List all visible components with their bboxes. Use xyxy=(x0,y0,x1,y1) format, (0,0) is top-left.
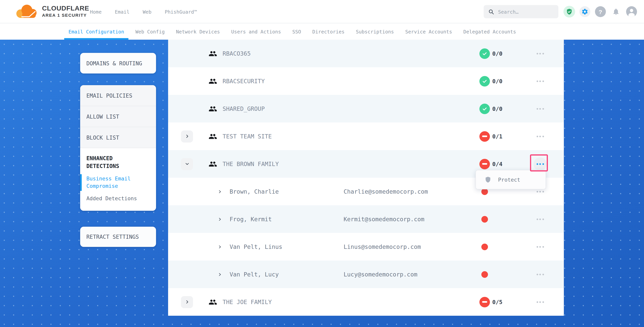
sidebar-item-retract-settings[interactable]: RETRACT SETTINGS xyxy=(80,227,156,247)
sidebar-item-added-detections[interactable]: Added Detections xyxy=(86,194,150,203)
tab-subscriptions[interactable]: Subscriptions xyxy=(356,23,394,40)
nav-phishguard[interactable]: PhishGuard™ xyxy=(165,9,197,14)
table-row-group: SHARED_GROUP 0/0 xyxy=(168,95,564,122)
block-list-label: BLOCK LIST xyxy=(86,134,119,141)
group-icon xyxy=(208,49,217,58)
expand-group-button[interactable] xyxy=(181,130,193,142)
group-icon xyxy=(208,104,217,113)
table-row-member: Van Pelt, Lucy Lucy@somedemocorp.com xyxy=(168,261,564,288)
sidebar-policies-card: EMAIL POLICIES ALLOW LIST BLOCK LIST ENH… xyxy=(80,85,156,211)
group-name: THE BROWN FAMILY xyxy=(222,160,279,167)
group-icon xyxy=(208,132,217,141)
protected-count: 0/5 xyxy=(492,299,502,305)
nav-web[interactable]: Web xyxy=(143,9,152,14)
search-box[interactable] xyxy=(484,5,558,18)
app-window: CLOUDFLARE AREA 1 SECURITY Home Email We… xyxy=(0,0,644,327)
brand-subtitle: AREA 1 SECURITY xyxy=(42,13,89,17)
account-avatar-icon[interactable] xyxy=(626,6,637,17)
tab-network-devices[interactable]: Network Devices xyxy=(176,23,220,40)
table-row-group: RBACO365 0/0 xyxy=(168,40,564,67)
nav-email[interactable]: Email xyxy=(115,9,130,14)
status-unprotected-dot xyxy=(481,216,488,222)
collapse-group-button[interactable] xyxy=(181,158,193,170)
notifications-bell-icon[interactable] xyxy=(610,6,622,17)
settings-gear-icon[interactable] xyxy=(580,6,590,17)
group-icon xyxy=(208,160,217,168)
row-menu-button[interactable] xyxy=(534,102,547,115)
member-email: Charlie@somedemocorp.com xyxy=(344,188,428,195)
row-menu-button[interactable] xyxy=(534,213,547,226)
group-name: RBACO365 xyxy=(222,50,251,57)
member-chevron-icon[interactable] xyxy=(218,272,222,277)
member-name: Van Pelt, Linus xyxy=(230,243,282,250)
sidebar-item-domains-routing[interactable]: DOMAINS & ROUTING xyxy=(80,53,156,73)
group-name: THE JOE FAMILY xyxy=(222,299,272,306)
sidebar-item-business-email-compromise[interactable]: Business Email Compromise xyxy=(80,174,150,191)
chevron-down-icon xyxy=(185,162,189,166)
sidebar-item-email-policies[interactable]: EMAIL POLICIES xyxy=(80,85,156,106)
protected-count: 0/0 xyxy=(492,50,502,56)
help-question-icon[interactable]: ? xyxy=(595,6,606,17)
retract-settings-label: RETRACT SETTINGS xyxy=(86,234,139,240)
enhanced-detections-title[interactable]: ENHANCED DETECTIONS xyxy=(86,154,135,170)
row-menu-button[interactable] xyxy=(534,268,547,281)
group-name: TEST TEAM SITE xyxy=(222,133,272,140)
tab-sso[interactable]: SSO xyxy=(292,23,301,40)
member-chevron-icon[interactable] xyxy=(218,189,222,194)
row-menu-button[interactable] xyxy=(534,47,547,60)
status-unprotected-icon xyxy=(480,159,490,169)
table-row-member: Van Pelt, Linus Linus@somedemocorp.com xyxy=(168,233,564,261)
status-protected-icon xyxy=(480,48,490,59)
security-shield-check-icon[interactable] xyxy=(564,6,575,17)
member-name: Van Pelt, Lucy xyxy=(230,271,279,278)
top-header: CLOUDFLARE AREA 1 SECURITY Home Email We… xyxy=(0,0,644,23)
row-menu-button[interactable] xyxy=(534,74,547,88)
search-input[interactable] xyxy=(498,9,552,14)
email-policies-label: EMAIL POLICIES xyxy=(86,92,132,99)
protected-count: 0/4 xyxy=(492,161,502,167)
search-icon xyxy=(488,9,494,14)
tab-directories[interactable]: Directories xyxy=(312,23,344,40)
member-name: Frog, Kermit xyxy=(230,216,272,223)
tab-users-and-actions[interactable]: Users and Actions xyxy=(231,23,281,40)
protect-menu-item[interactable]: Protect xyxy=(498,177,520,183)
shield-icon xyxy=(484,176,492,184)
member-chevron-icon[interactable] xyxy=(218,245,222,249)
cloudflare-logo: CLOUDFLARE AREA 1 SECURITY xyxy=(13,3,89,19)
member-chevron-icon[interactable] xyxy=(218,217,222,221)
context-menu-protect[interactable]: Protect xyxy=(476,170,546,189)
protected-count: 0/0 xyxy=(492,78,502,84)
status-unprotected-icon xyxy=(480,131,490,142)
domains-routing-label: DOMAINS & ROUTING xyxy=(86,60,142,66)
row-menu-button[interactable] xyxy=(534,240,547,253)
protected-count: 0/0 xyxy=(492,106,502,112)
row-menu-button[interactable] xyxy=(534,295,547,309)
status-protected-icon xyxy=(480,76,490,86)
allow-list-label: ALLOW LIST xyxy=(86,113,119,120)
status-protected-icon xyxy=(480,103,490,114)
nav-home[interactable]: Home xyxy=(90,9,102,14)
tab-service-accounts[interactable]: Service Accounts xyxy=(405,23,452,40)
chevron-right-icon xyxy=(185,300,189,304)
protected-count: 0/1 xyxy=(492,133,502,139)
tab-email-configuration[interactable]: Email Configuration xyxy=(68,23,124,40)
table-row-group: RBACSECURITY 0/0 xyxy=(168,67,564,95)
member-name: Brown, Charlie xyxy=(230,188,279,195)
member-email: Kermit@somedemocorp.com xyxy=(344,216,424,223)
brand-name: CLOUDFLARE xyxy=(42,4,89,12)
member-email: Linus@somedemocorp.com xyxy=(344,243,421,250)
group-name: RBACSECURITY xyxy=(222,78,265,85)
tab-web-config[interactable]: Web Config xyxy=(136,23,165,40)
sidebar-item-block-list[interactable]: BLOCK LIST xyxy=(80,127,156,148)
chevron-right-icon xyxy=(185,134,189,139)
member-email: Lucy@somedemocorp.com xyxy=(344,271,417,278)
expand-group-button[interactable] xyxy=(181,296,193,308)
tab-delegated-accounts[interactable]: Delegated Accounts xyxy=(463,23,516,40)
top-navigation: Home Email Web PhishGuard™ xyxy=(90,0,197,23)
annotation-highlight-box xyxy=(530,154,548,171)
status-unprotected-dot xyxy=(481,271,488,278)
row-menu-button[interactable] xyxy=(534,130,547,143)
cloudflare-cloud-icon xyxy=(13,3,38,19)
sidebar-item-allow-list[interactable]: ALLOW LIST xyxy=(80,106,156,127)
status-unprotected-icon xyxy=(480,297,490,307)
